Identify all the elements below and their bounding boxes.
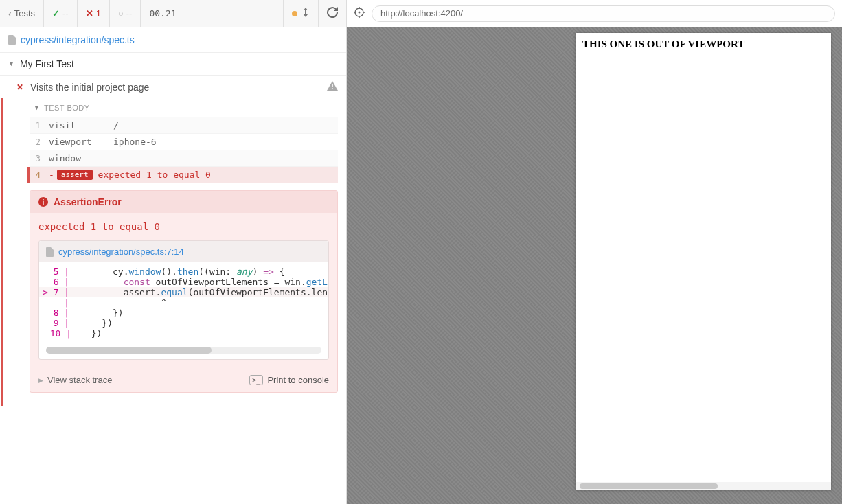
svg-rect-0	[332, 84, 333, 87]
command-row[interactable]: 2 viewport iphone-6	[30, 134, 338, 150]
command-row[interactable]: 1 visit /	[30, 117, 338, 134]
svg-point-3	[359, 12, 361, 14]
back-label: Tests	[14, 8, 35, 19]
reporter-panel: ‹ Tests ✓ -- ✕ 1 ○ -- 00.21	[0, 0, 347, 504]
pending-count: ○ --	[110, 0, 141, 27]
back-to-tests-button[interactable]: ‹ Tests	[0, 0, 44, 27]
status-dot-icon	[292, 11, 297, 16]
command-log: 1 visit / 2 viewport iphone-6 3 window 4…	[30, 117, 338, 183]
aut-panel: THIS ONE IS OUT OF VIEWPORT	[347, 0, 842, 504]
duration: 00.21	[141, 0, 185, 27]
code-frame: cypress/integration/spec.ts:7:14 5 | cy.…	[38, 240, 329, 360]
chevron-right-icon: ▶	[38, 377, 43, 384]
rerun-button[interactable]	[319, 0, 346, 27]
warning-icon	[327, 81, 338, 93]
view-stack-trace-button[interactable]: ▶ View stack trace	[38, 375, 112, 385]
code-line: > 7 | assert.equal(outOfViewportElements…	[39, 287, 328, 297]
test-body-label-row[interactable]: ▼ TEST BODY	[3, 98, 346, 117]
preview-content: THIS ONE IS OUT OF VIEWPORT	[576, 33, 831, 482]
fail-icon: ✕	[16, 82, 23, 92]
code-line: 6 | const outOfViewportElements = win.ge…	[39, 277, 328, 287]
error-footer: ▶ View stack trace >_ Print to console	[30, 368, 337, 392]
code-line: 5 | cy.window().then((win: any) => {	[39, 266, 328, 277]
failed-count: ✕ 1	[78, 0, 110, 27]
suite-header[interactable]: ▼ My First Test	[0, 53, 346, 76]
file-icon	[8, 35, 16, 45]
body-label: TEST BODY	[44, 104, 90, 112]
error-header: i AssertionError	[30, 191, 337, 213]
caret-down-icon: ▼	[8, 60, 14, 67]
code-location: cypress/integration/spec.ts:7:14	[58, 247, 184, 257]
suite-title: My First Test	[20, 58, 74, 69]
caret-down-icon: ▼	[34, 104, 40, 111]
code-line: 9 | })	[39, 318, 328, 328]
error-icon: i	[38, 197, 48, 207]
file-icon	[46, 247, 54, 257]
command-row[interactable]: 3 window	[30, 150, 338, 167]
selector-playground-button[interactable]	[354, 7, 365, 20]
preview-horizontal-scrollbar[interactable]	[576, 482, 831, 490]
preview-heading: THIS ONE IS OUT OF VIEWPORT	[582, 38, 744, 49]
aut-iframe[interactable]: THIS ONE IS OUT OF VIEWPORT	[576, 33, 831, 490]
app-root: ‹ Tests ✓ -- ✕ 1 ○ -- 00.21	[0, 0, 842, 504]
reporter-topbar: ‹ Tests ✓ -- ✕ 1 ○ -- 00.21	[0, 0, 346, 27]
viewport-area: THIS ONE IS OUT OF VIEWPORT	[347, 27, 842, 504]
x-icon: ✕	[86, 8, 93, 19]
error-box: i AssertionError expected 1 to equal 0 c…	[30, 190, 338, 393]
command-row-assert[interactable]: 4 - assert expected 1 to equal 0	[27, 167, 338, 183]
refresh-icon	[327, 7, 338, 20]
assert-message: expected 1 to equal 0	[98, 170, 211, 180]
code-line: 8 | })	[39, 308, 328, 318]
code-lines: 5 | cy.window().then((win: any) => { 6 |…	[39, 262, 328, 343]
code-line: 10 | })	[39, 328, 328, 339]
print-to-console-button[interactable]: >_ Print to console	[249, 375, 329, 385]
url-input[interactable]	[372, 5, 835, 22]
error-message: expected 1 to equal 0	[30, 213, 337, 240]
svg-rect-1	[332, 88, 333, 89]
browser-bar	[347, 0, 842, 27]
code-frame-header[interactable]: cypress/integration/spec.ts:7:14	[39, 241, 328, 262]
chevron-left-icon: ‹	[8, 8, 12, 19]
spec-file-row[interactable]: cypress/integration/spec.ts	[0, 27, 346, 53]
assert-pill: assert	[57, 170, 93, 180]
circle-icon: ○	[118, 8, 124, 19]
check-icon: ✓	[52, 8, 60, 19]
terminal-icon: >_	[249, 375, 263, 385]
test-title: Visits the initial project page	[30, 82, 149, 93]
error-name: AssertionError	[54, 196, 122, 207]
status-indicator	[283, 0, 319, 27]
code-horizontal-scrollbar[interactable]	[46, 347, 321, 354]
code-line: | ^	[39, 297, 328, 308]
auto-scroll-toggle[interactable]	[301, 8, 310, 19]
test-header[interactable]: ✕ Visits the initial project page	[0, 76, 346, 98]
test-body: ▼ TEST BODY 1 visit / 2 viewport iphone-…	[1, 98, 346, 406]
spec-path: cypress/integration/spec.ts	[21, 34, 135, 45]
passed-count: ✓ --	[44, 0, 78, 27]
